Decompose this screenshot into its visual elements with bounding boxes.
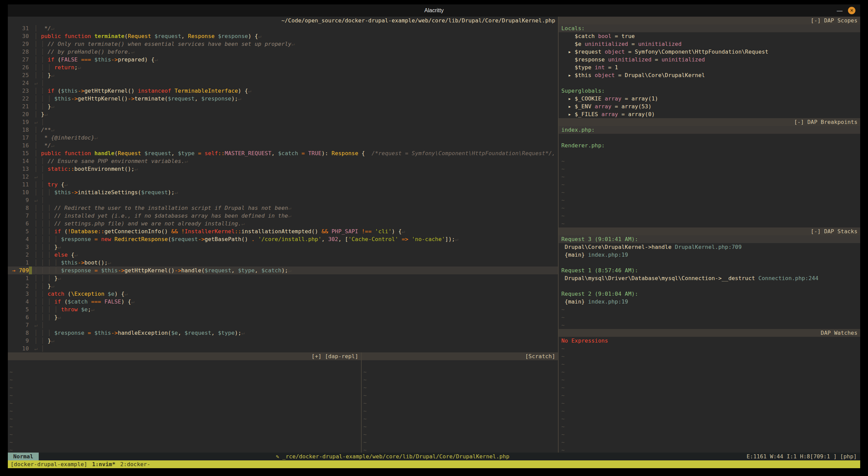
code-line[interactable]: 11│ │ try {↵ bbox=[8, 181, 558, 188]
code-line[interactable]: 27│ │ if (FALSE === $this->prepared) {↵ bbox=[8, 56, 558, 63]
scope-line[interactable]: ▸ $request object = Symfony\Component\Ht… bbox=[559, 48, 860, 56]
repl-line[interactable] bbox=[8, 360, 361, 368]
code-line[interactable]: 2│ │ │ else {↵ bbox=[8, 251, 558, 259]
scope-line[interactable]: ▸ $_FILES array = array(0) bbox=[559, 110, 860, 118]
scope-line[interactable]: Locals: bbox=[559, 24, 860, 32]
stack-line[interactable]: Drupal\Core\DrupalKernel->handle DrupalK… bbox=[559, 243, 860, 251]
code-line[interactable]: 24↵ │ bbox=[8, 79, 558, 87]
watch-line[interactable]: ~ bbox=[559, 415, 860, 423]
scratch-line[interactable]: ~ bbox=[362, 407, 558, 415]
code-line[interactable]: 9│ │ }↵ bbox=[8, 337, 558, 345]
scratch-line[interactable]: ~ bbox=[362, 446, 558, 453]
watch-line[interactable]: ~ bbox=[559, 431, 860, 438]
scratch-lines[interactable]: ~~~~~~~~~~~ bbox=[362, 360, 558, 453]
code-line[interactable]: 3│ │ catch (\Exception $e) {↵ bbox=[8, 290, 558, 298]
tmux-window-1[interactable]: 1:nvim* bbox=[92, 460, 115, 468]
code-line[interactable]: 20│ }↵ bbox=[8, 110, 558, 118]
breakpoints-lines[interactable]: index.php:Renderer.php:~~~~~~~~~ bbox=[559, 126, 860, 227]
code-line[interactable]: 8│ │ │ $response = $this->handleExceptio… bbox=[8, 329, 558, 337]
code-line[interactable]: 7│ │ │ // installed yet (i.e., if no $da… bbox=[8, 212, 558, 220]
code-line[interactable]: 18│ /**↵ bbox=[8, 126, 558, 134]
scope-line[interactable]: $e uninitialized = uninitialized bbox=[559, 40, 860, 48]
watch-line[interactable]: ~ bbox=[559, 360, 860, 368]
scratch-winbar[interactable]: [Scratch] bbox=[362, 352, 558, 360]
code-line[interactable]: 21│ │ }↵ bbox=[8, 103, 558, 110]
repl-line[interactable]: ~ bbox=[8, 415, 361, 423]
code-line[interactable]: 6│ │ │ }↵ bbox=[8, 313, 558, 321]
code-line[interactable]: 13│ │ static::bootEnvironment();↵ bbox=[8, 165, 558, 173]
breakpoint-line[interactable]: ~ bbox=[559, 212, 860, 220]
breakpoint-line[interactable]: ~ bbox=[559, 188, 860, 196]
breakpoint-line[interactable]: ~ bbox=[559, 165, 860, 173]
dap-repl-lines[interactable]: ~~~~~~~~~~~ bbox=[8, 360, 361, 453]
code-line[interactable]: 4│ │ │ if ($catch === FALSE) {↵ bbox=[8, 298, 558, 306]
watch-line[interactable]: ~ bbox=[559, 376, 860, 384]
stack-line[interactable]: ~ bbox=[559, 313, 860, 321]
code-line[interactable]: 28│ │ // by preHandle() before.↵ bbox=[8, 48, 558, 56]
dap-scopes-header[interactable]: [-] DAP Scopes bbox=[559, 17, 860, 24]
code-line[interactable]: 9↵ │ bbox=[8, 196, 558, 204]
code-line[interactable]: 15│ public function handle(Request $requ… bbox=[8, 149, 558, 157]
watch-line[interactable]: ~ bbox=[559, 446, 860, 453]
dap-repl-winbar[interactable]: [+] [dap-repl] bbox=[8, 352, 361, 360]
code-line[interactable]: 17│ * {@inheritdoc}↵ bbox=[8, 134, 558, 142]
watch-line[interactable]: ~ bbox=[559, 368, 860, 376]
scratch-line[interactable] bbox=[362, 360, 558, 368]
scope-line[interactable]: $response uninitialized = uninitialized bbox=[559, 56, 860, 63]
repl-line[interactable]: ~ bbox=[8, 446, 361, 453]
code-lines[interactable]: 31│ */↵30│ public function terminate(Req… bbox=[8, 24, 558, 352]
code-line[interactable]: → 709│ │ │ │ $response = $this->getHttpK… bbox=[8, 267, 558, 274]
stack-line[interactable]: Request 3 (9:01:41 AM): bbox=[559, 235, 860, 243]
stack-line[interactable]: {main} index.php:19 bbox=[559, 298, 860, 306]
stacks-lines[interactable]: Request 3 (9:01:41 AM): Drupal\Core\Drup… bbox=[559, 235, 860, 329]
breakpoint-line[interactable]: ~ bbox=[559, 196, 860, 204]
repl-line[interactable]: ~ bbox=[8, 407, 361, 415]
scratch-line[interactable]: ~ bbox=[362, 399, 558, 407]
watch-line[interactable]: ~ bbox=[559, 352, 860, 360]
watch-line[interactable]: ~ bbox=[559, 438, 860, 446]
watch-line[interactable]: ~ bbox=[559, 391, 860, 399]
breakpoint-line[interactable] bbox=[559, 134, 860, 142]
stack-line[interactable]: Request 2 (9:01:04 AM): bbox=[559, 290, 860, 298]
code-line[interactable]: 1│ │ │ }↵ bbox=[8, 274, 558, 282]
stack-line[interactable]: {main} index.php:19 bbox=[559, 251, 860, 259]
breakpoint-line[interactable]: ~ bbox=[559, 157, 860, 165]
code-line[interactable]: 4│ │ │ │ $response = new RedirectRespons… bbox=[8, 235, 558, 243]
breakpoint-line[interactable]: index.php: bbox=[559, 126, 860, 134]
stack-line[interactable]: Request 1 (8:57:46 AM): bbox=[559, 267, 860, 274]
watch-line[interactable]: ~ bbox=[559, 407, 860, 415]
scope-line[interactable]: ▸ $_ENV array = array(53) bbox=[559, 103, 860, 110]
repl-line[interactable]: ~ bbox=[8, 399, 361, 407]
watch-line[interactable]: ~ bbox=[559, 423, 860, 431]
code-line[interactable]: 3│ │ │ }↵ bbox=[8, 243, 558, 251]
dap-watches-header[interactable]: DAP Watches bbox=[559, 329, 860, 337]
code-line[interactable]: 23│ │ if ($this->getHttpKernel() instanc… bbox=[8, 87, 558, 95]
scope-line[interactable]: ▸ $_COOKIE array = array(1) bbox=[559, 95, 860, 103]
repl-line[interactable]: ~ bbox=[8, 423, 361, 431]
watch-line[interactable]: ~ bbox=[559, 384, 860, 391]
watch-line[interactable]: ~ bbox=[559, 345, 860, 352]
repl-line[interactable]: ~ bbox=[8, 391, 361, 399]
breakpoint-line[interactable]: ~ bbox=[559, 204, 860, 212]
scope-line[interactable]: $catch bool = true bbox=[559, 32, 860, 40]
watch-line[interactable]: No Expressions bbox=[559, 337, 860, 345]
repl-line[interactable]: ~ bbox=[8, 368, 361, 376]
code-line[interactable]: 2│ │ }↵ bbox=[8, 282, 558, 290]
breakpoint-line[interactable]: ~ bbox=[559, 181, 860, 188]
code-line[interactable]: 5│ │ │ │ throw $e;↵ bbox=[8, 306, 558, 313]
code-line[interactable]: 22│ │ │ $this->getHttpKernel()->terminat… bbox=[8, 95, 558, 103]
close-button[interactable]: ✕ bbox=[848, 7, 855, 14]
repl-line[interactable]: ~ bbox=[8, 431, 361, 438]
scope-line[interactable]: Superglobals: bbox=[559, 87, 860, 95]
scratch-line[interactable]: ~ bbox=[362, 384, 558, 391]
scope-line[interactable]: $type int = 1 bbox=[559, 63, 860, 71]
tmux-window-2[interactable]: 2:docker- bbox=[120, 460, 150, 468]
stack-line[interactable]: Drupal\mysql\Driver\Database\mysql\Conne… bbox=[559, 274, 860, 282]
dap-breakpoints-header[interactable]: [-] DAP Breakpoints bbox=[559, 118, 860, 126]
repl-line[interactable]: ~ bbox=[8, 384, 361, 391]
scratch-line[interactable]: ~ bbox=[362, 438, 558, 446]
code-line[interactable]: 10↵ │ bbox=[8, 345, 558, 352]
code-line[interactable]: 12↵ │ bbox=[8, 173, 558, 181]
scratch-line[interactable]: ~ bbox=[362, 376, 558, 384]
code-line[interactable]: 16│ */↵ bbox=[8, 142, 558, 149]
